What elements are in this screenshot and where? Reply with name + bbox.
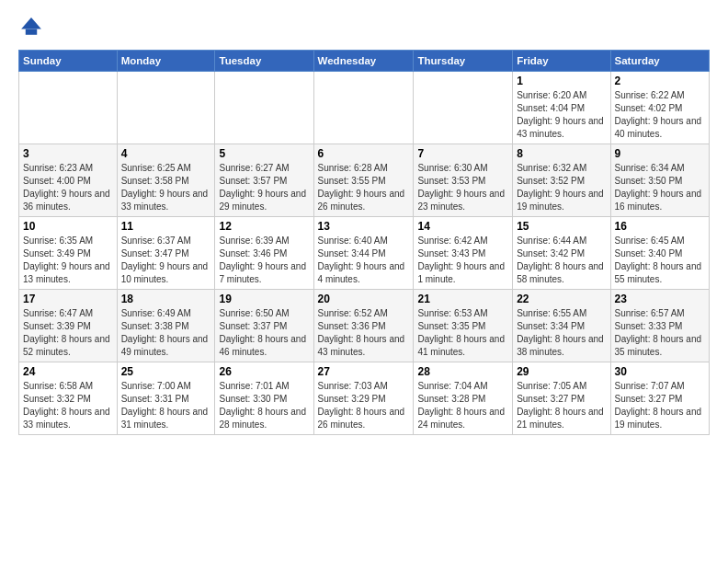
calendar-header-row: SundayMondayTuesdayWednesdayThursdayFrid…	[19, 51, 710, 72]
day-info: Sunrise: 6:30 AMSunset: 3:53 PMDaylight:…	[417, 162, 508, 213]
day-info: Sunrise: 6:28 AMSunset: 3:55 PMDaylight:…	[318, 162, 410, 213]
weekday-header-wednesday: Wednesday	[313, 51, 414, 72]
weekday-header-thursday: Thursday	[414, 51, 513, 72]
logo-icon	[18, 15, 44, 40]
calendar-table: SundayMondayTuesdayWednesdayThursdayFrid…	[18, 50, 710, 435]
day-info: Sunrise: 6:58 AMSunset: 3:32 PMDaylight:…	[23, 380, 113, 431]
day-info: Sunrise: 6:47 AMSunset: 3:39 PMDaylight:…	[23, 307, 113, 359]
day-info: Sunrise: 6:23 AMSunset: 4:00 PMDaylight:…	[23, 162, 113, 213]
day-info: Sunrise: 7:04 AMSunset: 3:28 PMDaylight:…	[417, 380, 508, 431]
calendar-cell: 26Sunrise: 7:01 AMSunset: 3:30 PMDayligh…	[215, 362, 313, 435]
calendar-cell: 1Sunrise: 6:20 AMSunset: 4:04 PMDaylight…	[513, 72, 610, 144]
calendar-week-row: 17Sunrise: 6:47 AMSunset: 3:39 PMDayligh…	[19, 290, 710, 362]
day-number: 4	[121, 147, 211, 160]
day-number: 29	[517, 365, 606, 378]
day-number: 17	[23, 293, 113, 305]
day-number: 1	[517, 75, 606, 87]
calendar-cell: 4Sunrise: 6:25 AMSunset: 3:58 PMDaylight…	[117, 144, 215, 217]
day-number: 21	[417, 293, 508, 305]
day-number: 8	[517, 147, 606, 160]
calendar-cell: 19Sunrise: 6:50 AMSunset: 3:37 PMDayligh…	[215, 290, 313, 362]
weekday-header-friday: Friday	[513, 51, 610, 72]
day-number: 9	[615, 147, 705, 160]
weekday-header-tuesday: Tuesday	[215, 51, 313, 72]
day-info: Sunrise: 7:01 AMSunset: 3:30 PMDaylight:…	[219, 380, 309, 431]
day-number: 14	[417, 220, 508, 233]
day-number: 5	[219, 147, 309, 160]
day-info: Sunrise: 6:35 AMSunset: 3:49 PMDaylight:…	[23, 235, 113, 286]
day-number: 16	[615, 220, 705, 233]
day-number: 10	[23, 220, 113, 233]
day-number: 26	[219, 365, 309, 378]
weekday-header-monday: Monday	[117, 51, 215, 72]
day-info: Sunrise: 6:53 AMSunset: 3:35 PMDaylight:…	[417, 307, 508, 359]
day-number: 13	[318, 220, 410, 233]
day-info: Sunrise: 6:39 AMSunset: 3:46 PMDaylight:…	[219, 235, 309, 286]
calendar-cell: 5Sunrise: 6:27 AMSunset: 3:57 PMDaylight…	[215, 144, 313, 217]
calendar-cell: 9Sunrise: 6:34 AMSunset: 3:50 PMDaylight…	[610, 144, 709, 217]
calendar-cell: 22Sunrise: 6:55 AMSunset: 3:34 PMDayligh…	[513, 290, 610, 362]
day-number: 2	[615, 75, 705, 87]
weekday-header-saturday: Saturday	[610, 51, 709, 72]
day-info: Sunrise: 6:20 AMSunset: 4:04 PMDaylight:…	[517, 89, 606, 141]
calendar-cell: 11Sunrise: 6:37 AMSunset: 3:47 PMDayligh…	[117, 217, 215, 290]
calendar-cell: 10Sunrise: 6:35 AMSunset: 3:49 PMDayligh…	[19, 217, 118, 290]
day-number: 22	[517, 293, 606, 305]
calendar-cell: 21Sunrise: 6:53 AMSunset: 3:35 PMDayligh…	[414, 290, 513, 362]
calendar-cell	[215, 72, 313, 144]
day-number: 3	[23, 147, 113, 160]
day-info: Sunrise: 6:49 AMSunset: 3:38 PMDaylight:…	[121, 307, 211, 359]
day-number: 25	[121, 365, 211, 378]
calendar-cell: 27Sunrise: 7:03 AMSunset: 3:29 PMDayligh…	[313, 362, 414, 435]
calendar-cell: 17Sunrise: 6:47 AMSunset: 3:39 PMDayligh…	[19, 290, 118, 362]
day-info: Sunrise: 6:52 AMSunset: 3:36 PMDaylight:…	[318, 307, 410, 359]
day-info: Sunrise: 6:22 AMSunset: 4:02 PMDaylight:…	[615, 89, 705, 141]
calendar-cell: 2Sunrise: 6:22 AMSunset: 4:02 PMDaylight…	[610, 72, 709, 144]
calendar-cell: 30Sunrise: 7:07 AMSunset: 3:27 PMDayligh…	[610, 362, 709, 435]
calendar-week-row: 1Sunrise: 6:20 AMSunset: 4:04 PMDaylight…	[19, 72, 710, 144]
calendar-cell: 14Sunrise: 6:42 AMSunset: 3:43 PMDayligh…	[414, 217, 513, 290]
calendar-cell: 8Sunrise: 6:32 AMSunset: 3:52 PMDaylight…	[513, 144, 610, 217]
calendar-cell	[19, 72, 118, 144]
svg-rect-1	[26, 29, 37, 35]
calendar-week-row: 24Sunrise: 6:58 AMSunset: 3:32 PMDayligh…	[19, 362, 710, 435]
weekday-header-sunday: Sunday	[19, 51, 118, 72]
day-info: Sunrise: 7:00 AMSunset: 3:31 PMDaylight:…	[121, 380, 211, 431]
day-info: Sunrise: 6:55 AMSunset: 3:34 PMDaylight:…	[517, 307, 606, 359]
day-info: Sunrise: 6:40 AMSunset: 3:44 PMDaylight:…	[318, 235, 410, 286]
calendar-cell: 24Sunrise: 6:58 AMSunset: 3:32 PMDayligh…	[19, 362, 118, 435]
calendar-cell: 29Sunrise: 7:05 AMSunset: 3:27 PMDayligh…	[513, 362, 610, 435]
svg-marker-0	[21, 17, 41, 29]
day-info: Sunrise: 6:57 AMSunset: 3:33 PMDaylight:…	[615, 307, 705, 359]
day-number: 11	[121, 220, 211, 233]
day-number: 12	[219, 220, 309, 233]
day-info: Sunrise: 7:03 AMSunset: 3:29 PMDaylight:…	[318, 380, 410, 431]
day-info: Sunrise: 6:50 AMSunset: 3:37 PMDaylight:…	[219, 307, 309, 359]
day-info: Sunrise: 6:34 AMSunset: 3:50 PMDaylight:…	[615, 162, 705, 213]
calendar-cell	[414, 72, 513, 144]
day-number: 28	[417, 365, 508, 378]
day-info: Sunrise: 6:32 AMSunset: 3:52 PMDaylight:…	[517, 162, 606, 213]
day-info: Sunrise: 6:42 AMSunset: 3:43 PMDaylight:…	[417, 235, 508, 286]
page-header	[18, 15, 710, 40]
calendar-cell: 3Sunrise: 6:23 AMSunset: 4:00 PMDaylight…	[19, 144, 118, 217]
day-number: 27	[318, 365, 410, 378]
calendar-cell: 20Sunrise: 6:52 AMSunset: 3:36 PMDayligh…	[313, 290, 414, 362]
day-number: 7	[417, 147, 508, 160]
day-info: Sunrise: 7:07 AMSunset: 3:27 PMDaylight:…	[615, 380, 705, 431]
logo	[18, 15, 48, 40]
calendar-cell: 28Sunrise: 7:04 AMSunset: 3:28 PMDayligh…	[414, 362, 513, 435]
day-number: 19	[219, 293, 309, 305]
day-info: Sunrise: 7:05 AMSunset: 3:27 PMDaylight:…	[517, 380, 606, 431]
day-info: Sunrise: 6:44 AMSunset: 3:42 PMDaylight:…	[517, 235, 606, 286]
day-number: 20	[318, 293, 410, 305]
day-number: 24	[23, 365, 113, 378]
calendar-week-row: 10Sunrise: 6:35 AMSunset: 3:49 PMDayligh…	[19, 217, 710, 290]
day-number: 30	[615, 365, 705, 378]
calendar-cell: 23Sunrise: 6:57 AMSunset: 3:33 PMDayligh…	[610, 290, 709, 362]
calendar-cell: 7Sunrise: 6:30 AMSunset: 3:53 PMDaylight…	[414, 144, 513, 217]
day-number: 18	[121, 293, 211, 305]
day-number: 23	[615, 293, 705, 305]
calendar-cell	[117, 72, 215, 144]
day-info: Sunrise: 6:27 AMSunset: 3:57 PMDaylight:…	[219, 162, 309, 213]
